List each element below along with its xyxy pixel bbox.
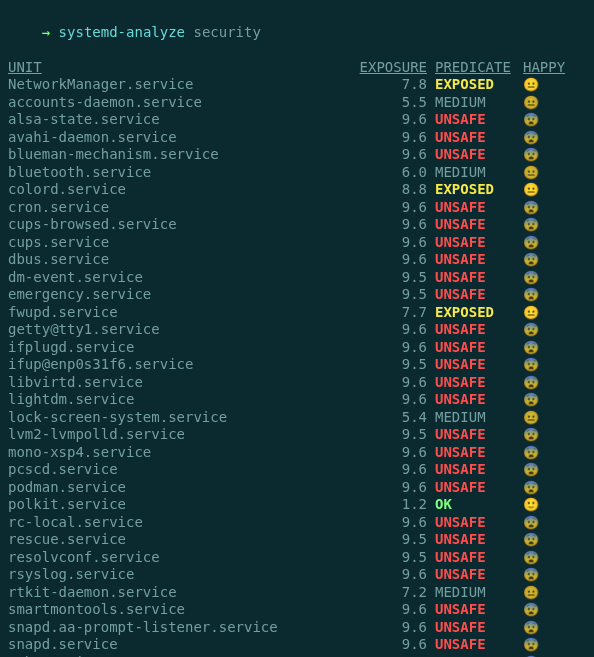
cell-exposure: 9.6 [352,461,427,479]
cell-exposure: 9.6 [352,146,427,164]
cell-exposure: 9.5 [352,531,427,549]
table-row: accounts-daemon.service5.5MEDIUM😐 [8,94,586,112]
cell-predicate: EXPOSED [427,76,515,94]
table-row: ifplugd.service9.6UNSAFE😨 [8,339,586,357]
cell-happy-icon: 😨 [515,479,570,497]
cell-happy-icon: 😨 [515,321,570,339]
cell-unit: ifup@enp0s31f6.service [8,356,352,374]
table-row: resolvconf.service9.5UNSAFE😨 [8,549,586,567]
prompt-line: → systemd-analyze security [8,6,586,59]
table-row: pcscd.service9.6UNSAFE😨 [8,461,586,479]
cell-happy-icon: 😨 [515,146,570,164]
table-row: NetworkManager.service7.8EXPOSED😐 [8,76,586,94]
cell-exposure: 6.0 [352,164,427,182]
cell-unit: blueman-mechanism.service [8,146,352,164]
cell-predicate: UNSAFE [427,111,515,129]
table-row: polkit.service1.2OK🙂 [8,496,586,514]
cell-happy-icon: 😐 [515,181,570,199]
table-row: snapd.aa-prompt-listener.service9.6UNSAF… [8,619,586,637]
cell-happy-icon: 🙂 [515,496,570,514]
cell-happy-icon: 😐 [515,409,570,427]
cell-unit: ssh.service [8,654,352,658]
cell-unit: bluetooth.service [8,164,352,182]
cell-unit: rc-local.service [8,514,352,532]
cell-happy-icon: 😨 [515,549,570,567]
table-row: rc-local.service9.6UNSAFE😨 [8,514,586,532]
table-row: lock-screen-system.service5.4MEDIUM😐 [8,409,586,427]
cell-predicate: MEDIUM [427,164,515,182]
cell-exposure: 7.8 [352,76,427,94]
cell-predicate: UNSAFE [427,444,515,462]
cell-happy-icon: 😐 [515,76,570,94]
cell-unit: cups-browsed.service [8,216,352,234]
prompt-arg: security [193,24,260,40]
cell-unit: smartmontools.service [8,601,352,619]
cell-unit: lvm2-lvmpolld.service [8,426,352,444]
cell-predicate: UNSAFE [427,601,515,619]
header-exposure: EXPOSURE [352,59,427,77]
table-row: colord.service8.8EXPOSED😐 [8,181,586,199]
cell-exposure: 5.4 [352,409,427,427]
table-row: dbus.service9.6UNSAFE😨 [8,251,586,269]
cell-unit: libvirtd.service [8,374,352,392]
table-header: UNIT EXPOSURE PREDICATE HAPPY [8,59,586,77]
cell-predicate: UNSAFE [427,391,515,409]
table-row: blueman-mechanism.service9.6UNSAFE😨 [8,146,586,164]
cell-predicate: UNSAFE [427,251,515,269]
cell-exposure: 9.6 [352,444,427,462]
cell-predicate: UNSAFE [427,129,515,147]
cell-exposure: 9.6 [352,619,427,637]
cell-exposure: 9.5 [352,549,427,567]
cell-unit: accounts-daemon.service [8,94,352,112]
cell-unit: getty@tty1.service [8,321,352,339]
cell-exposure: 9.6 [352,514,427,532]
cell-predicate: UNSAFE [427,654,515,658]
terminal-window: → systemd-analyze security UNIT EXPOSURE… [0,0,594,657]
cell-unit: resolvconf.service [8,549,352,567]
table-row: ifup@enp0s31f6.service9.5UNSAFE😨 [8,356,586,374]
cell-happy-icon: 😨 [515,426,570,444]
cell-happy-icon: 😨 [515,636,570,654]
cell-exposure: 5.5 [352,94,427,112]
cell-predicate: UNSAFE [427,286,515,304]
cell-exposure: 9.6 [352,374,427,392]
table-row: ssh.service9.6UNSAFE😨 [8,654,586,658]
cell-predicate: MEDIUM [427,409,515,427]
table-row: smartmontools.service9.6UNSAFE😨 [8,601,586,619]
cell-exposure: 9.6 [352,251,427,269]
cell-predicate: UNSAFE [427,234,515,252]
table-body: NetworkManager.service7.8EXPOSED😐account… [8,76,586,657]
cell-exposure: 9.5 [352,269,427,287]
table-row: dm-event.service9.5UNSAFE😨 [8,269,586,287]
cell-happy-icon: 😨 [515,444,570,462]
cell-predicate: MEDIUM [427,94,515,112]
cell-predicate: UNSAFE [427,356,515,374]
cell-predicate: OK [427,496,515,514]
cell-exposure: 9.6 [352,391,427,409]
cell-happy-icon: 😐 [515,304,570,322]
cell-exposure: 7.7 [352,304,427,322]
cell-happy-icon: 😨 [515,391,570,409]
cell-unit: dbus.service [8,251,352,269]
table-row: rescue.service9.5UNSAFE😨 [8,531,586,549]
cell-exposure: 9.5 [352,426,427,444]
cell-predicate: UNSAFE [427,339,515,357]
cell-happy-icon: 😨 [515,461,570,479]
cell-happy-icon: 😨 [515,374,570,392]
cell-unit: cups.service [8,234,352,252]
cell-predicate: UNSAFE [427,146,515,164]
cell-unit: NetworkManager.service [8,76,352,94]
cell-exposure: 8.8 [352,181,427,199]
cell-happy-icon: 😨 [515,216,570,234]
table-row: getty@tty1.service9.6UNSAFE😨 [8,321,586,339]
cell-unit: colord.service [8,181,352,199]
cell-exposure: 9.6 [352,636,427,654]
cell-predicate: UNSAFE [427,549,515,567]
cell-happy-icon: 😐 [515,164,570,182]
cell-happy-icon: 😨 [515,339,570,357]
cell-exposure: 9.6 [352,339,427,357]
cell-unit: dm-event.service [8,269,352,287]
table-row: rsyslog.service9.6UNSAFE😨 [8,566,586,584]
cell-happy-icon: 😨 [515,654,570,658]
cell-predicate: UNSAFE [427,636,515,654]
